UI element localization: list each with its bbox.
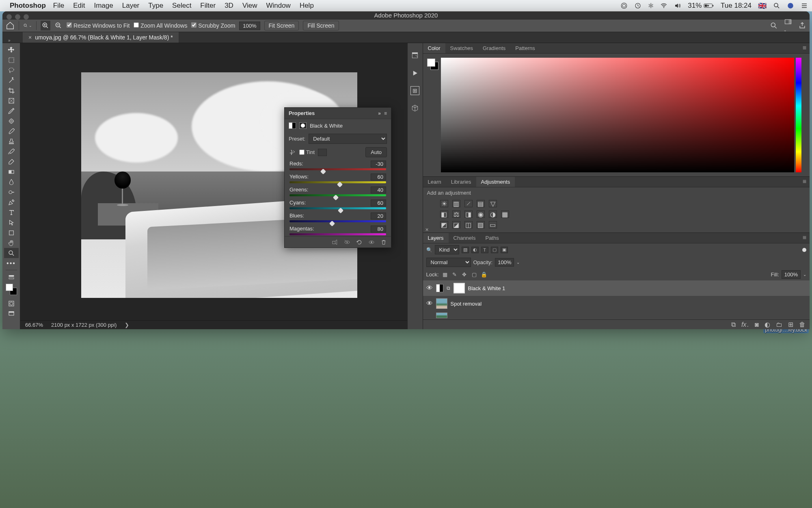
lock-pixels-icon[interactable]: ✎ xyxy=(451,271,458,278)
minimize-window-icon[interactable] xyxy=(15,14,20,20)
battery-status[interactable]: 31% xyxy=(688,2,714,10)
3d-panel-icon[interactable] xyxy=(410,103,420,113)
menu-image[interactable]: Image xyxy=(94,2,113,10)
lasso-tool-icon[interactable] xyxy=(4,65,19,75)
frame-tool-icon[interactable] xyxy=(4,96,19,106)
tab-channels[interactable]: Channels xyxy=(449,233,481,243)
tab-color[interactable]: Color xyxy=(423,43,445,53)
slider-blues[interactable]: Blues:20 xyxy=(285,211,391,224)
menu-edit[interactable]: Edit xyxy=(73,2,85,10)
search-icon[interactable] xyxy=(770,22,778,30)
add-mask-icon[interactable]: ◙ xyxy=(755,321,759,328)
delete-layer-icon[interactable]: 🗑 xyxy=(799,321,806,328)
pen-tool-icon[interactable] xyxy=(4,197,19,207)
marquee-tool-icon[interactable] xyxy=(4,55,19,65)
color-balance-icon[interactable]: ⚖ xyxy=(452,211,460,218)
menu-file[interactable]: File xyxy=(53,2,64,10)
history-panel-icon[interactable] xyxy=(410,50,420,60)
healing-tool-icon[interactable] xyxy=(4,116,19,126)
wand-tool-icon[interactable] xyxy=(4,75,19,85)
tab-swatches[interactable]: Swatches xyxy=(445,43,478,53)
hand-tool-icon[interactable] xyxy=(4,238,19,248)
tab-gradients[interactable]: Gradients xyxy=(478,43,510,53)
history-brush-tool-icon[interactable] xyxy=(4,146,19,156)
new-layer-icon[interactable]: ⊞ xyxy=(788,321,793,328)
slider-yellows[interactable]: Yellows:60 xyxy=(285,172,391,185)
vibrance-icon[interactable]: ▽ xyxy=(489,200,497,207)
filter-type-icon[interactable]: T xyxy=(481,247,488,253)
lock-artboard-icon[interactable]: ▢ xyxy=(471,271,478,278)
cc-icon[interactable] xyxy=(620,2,628,9)
menu-view[interactable]: View xyxy=(242,2,257,10)
siri-icon[interactable] xyxy=(787,2,794,9)
move-tool-icon[interactable] xyxy=(4,45,19,55)
slider-reds[interactable]: Reds:-30 xyxy=(285,159,391,172)
tab-adjustments[interactable]: Adjustments xyxy=(476,177,515,187)
color-lookup-icon[interactable]: ▦ xyxy=(501,211,509,218)
zoom-out-icon[interactable] xyxy=(54,22,63,30)
window-titlebar[interactable]: Adobe Photoshop 2020 xyxy=(2,11,810,19)
clip-to-layer-icon[interactable] xyxy=(332,239,338,245)
panel-menu-icon[interactable]: ≡ xyxy=(799,43,810,53)
timemachine-icon[interactable] xyxy=(634,2,641,9)
photo-filter-icon[interactable]: ◉ xyxy=(477,211,485,218)
layer-row[interactable]: 👁 ⧉ Black & White 1 xyxy=(423,280,810,296)
lock-all-icon[interactable]: 🔒 xyxy=(480,271,488,278)
volume-icon[interactable] xyxy=(674,2,681,9)
app-name[interactable]: Photoshop xyxy=(10,2,46,10)
more-tools-icon[interactable]: ••• xyxy=(4,258,19,268)
status-dimensions[interactable]: 2100 px x 1722 px (300 ppi) xyxy=(51,322,117,328)
invert-icon[interactable]: ◩ xyxy=(440,221,448,228)
foreground-background-swatch[interactable] xyxy=(6,284,17,295)
brush-tool-icon[interactable] xyxy=(4,126,19,136)
reset-icon[interactable] xyxy=(356,239,363,245)
zoom-value-field[interactable]: 100% xyxy=(239,22,260,30)
fx-icon[interactable]: fx⌄ xyxy=(741,321,749,328)
wifi-icon[interactable] xyxy=(660,2,667,9)
brightness-contrast-icon[interactable]: ☀ xyxy=(440,200,448,207)
black-white-icon[interactable]: ◨ xyxy=(464,211,473,218)
panel-menu-icon[interactable]: ≡ xyxy=(384,111,387,116)
eyedropper-tool-icon[interactable] xyxy=(4,106,19,116)
maximize-window-icon[interactable] xyxy=(24,14,29,20)
panel-menu-icon[interactable]: ≡ xyxy=(799,232,810,243)
path-select-tool-icon[interactable] xyxy=(4,217,19,228)
menu-help[interactable]: Help xyxy=(300,2,314,10)
trash-icon[interactable] xyxy=(380,239,387,245)
channel-mixer-icon[interactable]: ◑ xyxy=(489,211,497,218)
targeted-adjustment-icon[interactable] xyxy=(289,149,296,156)
clock[interactable]: Tue 18:24 xyxy=(721,2,752,10)
new-adjustment-icon[interactable]: ◐ xyxy=(764,321,770,328)
home-icon[interactable] xyxy=(6,21,15,30)
traffic-lights[interactable] xyxy=(6,14,29,20)
zoom-in-icon[interactable] xyxy=(41,21,50,30)
gradient-tool-icon[interactable] xyxy=(4,167,19,177)
status-zoom[interactable]: 66.67% xyxy=(25,322,43,328)
panel-menu-icon[interactable]: ≡ xyxy=(799,176,810,187)
preset-select[interactable]: Default xyxy=(309,134,387,144)
lock-position-icon[interactable]: ✥ xyxy=(461,271,468,278)
auto-button[interactable]: Auto xyxy=(365,147,387,157)
slider-cyans[interactable]: Cyans:60 xyxy=(285,198,391,211)
tab-learn[interactable]: Learn xyxy=(423,177,446,187)
collapse-icon[interactable]: » xyxy=(378,111,381,116)
slider-magentas[interactable]: Magentas:80 xyxy=(285,224,391,236)
hsl-icon[interactable]: ◧ xyxy=(440,211,448,218)
visibility-icon[interactable] xyxy=(368,239,375,245)
screen-mode-icon[interactable] xyxy=(4,308,19,319)
layer-adjustment-thumb[interactable] xyxy=(436,284,443,292)
tab-paths[interactable]: Paths xyxy=(480,233,503,243)
spotlight-icon[interactable] xyxy=(773,2,780,9)
close-panel-group-icon[interactable]: × xyxy=(425,226,429,233)
zoom-all-windows-checkbox[interactable]: Zoom All Windows xyxy=(134,22,187,29)
layer-name[interactable]: Black & White 1 xyxy=(468,285,505,291)
resize-windows-checkbox[interactable]: Resize Windows to Fit xyxy=(67,22,130,29)
posterize-icon[interactable]: ◪ xyxy=(452,221,460,228)
share-icon[interactable] xyxy=(798,22,806,30)
gradient-map-icon[interactable]: ▭ xyxy=(489,221,497,228)
menu-layer[interactable]: Layer xyxy=(122,2,140,10)
layer-mask-thumb[interactable] xyxy=(454,283,465,293)
filter-toggle-icon[interactable] xyxy=(802,248,806,252)
levels-icon[interactable]: ▥ xyxy=(452,200,460,207)
menu-window[interactable]: Window xyxy=(266,2,290,10)
